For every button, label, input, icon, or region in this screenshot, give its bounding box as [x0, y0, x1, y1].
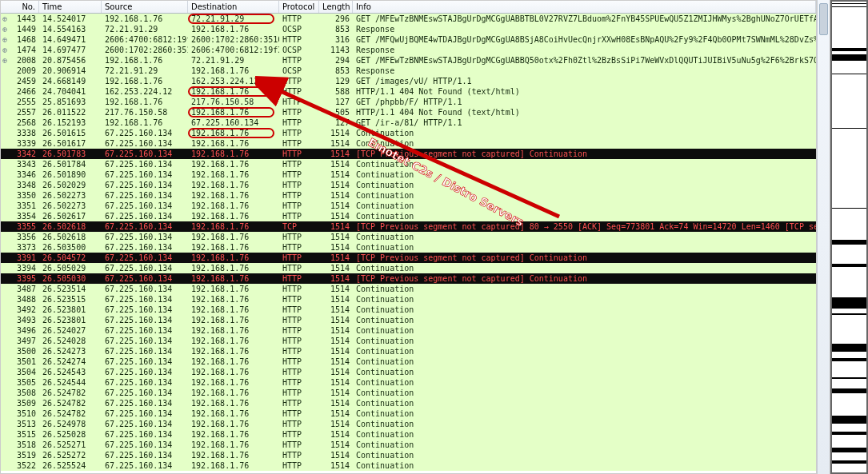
minimap-mark — [832, 344, 866, 352]
minimap-viewport[interactable] — [830, 0, 868, 474]
cell-no: 3348 — [1, 180, 39, 190]
cell-time: 26.524782 — [39, 398, 102, 408]
cell-length: 1514 — [319, 232, 353, 242]
packet-row[interactable]: 335626.50261867.225.160.134192.168.1.76H… — [1, 232, 816, 242]
cell-length: 1514 — [319, 169, 353, 180]
packet-row[interactable]: 350526.52454467.225.160.134192.168.1.76H… — [1, 377, 816, 388]
cell-protocol: OCSP — [279, 45, 319, 55]
packet-row[interactable]: 348726.52351467.225.160.134192.168.1.76H… — [1, 284, 816, 294]
column-headers[interactable]: No. Time Source Destination Protocol Len… — [1, 1, 816, 14]
cell-no: 3505 — [1, 377, 39, 388]
packet-row[interactable]: ⊕146814.6494712606:4700:6812:19f32600:17… — [1, 34, 816, 45]
cell-source: 67.225.160.134 — [102, 294, 188, 305]
packet-row[interactable]: ⊕200820.875456192.168.1.7672.21.91.29HTT… — [1, 55, 816, 66]
packet-row[interactable]: 351026.52478267.225.160.134192.168.1.76H… — [1, 408, 816, 419]
vertical-scrollbar[interactable] — [817, 0, 830, 474]
cell-source: 67.225.160.134 — [102, 201, 188, 211]
cell-destination: 192.168.1.76 — [188, 346, 279, 356]
cell-no: 3373 — [1, 242, 39, 253]
cell-source: 192.168.1.76 — [102, 14, 188, 24]
cell-length: 1514 — [319, 221, 353, 232]
packet-row[interactable]: 334826.50202967.225.160.134192.168.1.76H… — [1, 180, 816, 190]
col-header-dest[interactable]: Destination — [188, 1, 279, 13]
packet-row[interactable]: 351826.52527167.225.160.134192.168.1.76H… — [1, 440, 816, 450]
cell-no: 3493 — [1, 315, 39, 325]
cell-source: 67.225.160.134 — [102, 356, 188, 367]
col-header-source[interactable]: Source — [102, 1, 188, 13]
packet-row[interactable]: 335126.50227367.225.160.134192.168.1.76H… — [1, 201, 816, 211]
packet-row[interactable]: 350926.52478267.225.160.134192.168.1.76H… — [1, 398, 816, 408]
cell-protocol: HTTP — [279, 440, 319, 450]
cell-destination: 192.168.1.76 — [188, 388, 279, 398]
cell-protocol: HTTP — [279, 377, 319, 388]
col-header-info[interactable]: Info — [353, 1, 816, 13]
cell-destination: 192.168.1.76 — [188, 263, 279, 273]
cell-no: 2009 — [1, 66, 39, 76]
packet-row[interactable]: 335426.50261767.225.160.134192.168.1.76H… — [1, 211, 816, 221]
minimap-mark — [832, 240, 866, 245]
packet-row[interactable]: 339126.50457267.225.160.134192.168.1.76H… — [1, 253, 816, 263]
packet-row[interactable]: 352226.52552467.225.160.134192.168.1.76H… — [1, 460, 816, 471]
packet-row[interactable]: 350126.52427467.225.160.134192.168.1.76H… — [1, 356, 816, 367]
packet-row[interactable]: 255726.011522217.76.150.58192.168.1.76HT… — [1, 107, 816, 118]
packet-row[interactable]: 256826.152193192.168.1.7667.225.160.134H… — [1, 118, 816, 128]
packet-row[interactable]: 333926.50161767.225.160.134192.168.1.76H… — [1, 138, 816, 149]
packet-row[interactable]: 339426.50502967.225.160.134192.168.1.76H… — [1, 263, 816, 273]
packet-row[interactable]: 351526.52502867.225.160.134192.168.1.76H… — [1, 429, 816, 440]
cell-destination: 192.168.1.76 — [188, 356, 279, 367]
packet-row[interactable]: 337326.50350067.225.160.134192.168.1.76H… — [1, 242, 816, 253]
packet-row[interactable]: ⊕144914.55416372.21.91.29192.168.1.76OCS… — [1, 24, 816, 34]
cell-destination: 192.168.1.76 — [188, 128, 279, 138]
cell-protocol: OCSP — [279, 24, 319, 34]
cell-length: 1514 — [319, 346, 353, 356]
packet-row[interactable]: 255525.851693192.168.1.76217.76.150.58HT… — [1, 97, 816, 107]
cell-source: 67.225.160.134 — [102, 377, 188, 388]
cell-info: HTTP/1.1 404 Not Found (text/html) — [353, 107, 816, 118]
packet-row[interactable]: 349626.52402767.225.160.134192.168.1.76H… — [1, 325, 816, 336]
cell-destination: 2600:1702:2860:3510… — [188, 34, 279, 45]
cell-source: 67.225.160.134 — [102, 440, 188, 450]
packet-row[interactable]: 334626.50189067.225.160.134192.168.1.76H… — [1, 169, 816, 180]
cell-protocol: HTTP — [279, 86, 319, 97]
col-header-protocol[interactable]: Protocol — [279, 1, 319, 13]
packet-row[interactable]: ⊕144314.524017192.168.1.7672.21.91.29HTT… — [1, 14, 816, 24]
cell-source: 72.21.91.29 — [102, 24, 188, 34]
packet-row[interactable]: 350426.52454367.225.160.134192.168.1.76H… — [1, 367, 816, 377]
packet-row[interactable]: 339526.50503067.225.160.134192.168.1.76H… — [1, 273, 816, 284]
scrollbar-thumb[interactable] — [819, 3, 828, 35]
col-header-length[interactable]: Length — [319, 1, 353, 13]
cell-protocol: HTTP — [279, 169, 319, 180]
cell-length: 129 — [319, 76, 353, 86]
packet-row[interactable]: 349326.52380167.225.160.134192.168.1.76H… — [1, 315, 816, 325]
col-header-no[interactable]: No. — [1, 1, 39, 13]
packet-row[interactable]: 333826.50161567.225.160.134192.168.1.76H… — [1, 128, 816, 138]
cell-length: 1514 — [319, 273, 353, 284]
cell-source: 67.225.160.134 — [102, 305, 188, 315]
packet-row[interactable]: 348826.52351567.225.160.134192.168.1.76H… — [1, 294, 816, 305]
cell-time: 26.502273 — [39, 190, 102, 201]
packet-row[interactable]: 246624.704041162.253.224.12192.168.1.76H… — [1, 86, 816, 97]
packet-list-pane[interactable]: No. Time Source Destination Protocol Len… — [0, 0, 817, 474]
cell-destination: 192.168.1.76 — [188, 253, 279, 263]
col-header-time[interactable]: Time — [39, 1, 102, 13]
packet-row[interactable]: 200920.90691472.21.91.29192.168.1.76OCSP… — [1, 66, 816, 76]
packet-row[interactable]: 349726.52402867.225.160.134192.168.1.76H… — [1, 336, 816, 346]
packet-row[interactable]: 350026.52427367.225.160.134192.168.1.76H… — [1, 346, 816, 356]
cell-protocol: HTTP — [279, 149, 319, 159]
packet-row[interactable]: 335026.50227367.225.160.134192.168.1.76H… — [1, 190, 816, 201]
packet-row[interactable]: 334226.50178367.225.160.134192.168.1.76H… — [1, 149, 816, 159]
cell-length: 1514 — [319, 284, 353, 294]
packet-row[interactable]: 335526.50261867.225.160.134192.168.1.76T… — [1, 221, 816, 232]
packet-row[interactable]: 245924.668149192.168.1.76162.253.224.12H… — [1, 76, 816, 86]
cell-info: GET /MFQwUjBQME4wTDAJBgUrDgMCGgUA8BSjA8C… — [353, 34, 816, 45]
minimap-mark — [832, 74, 866, 74]
cell-time: 26.524782 — [39, 408, 102, 419]
packet-row[interactable]: 334326.50178467.225.160.134192.168.1.76H… — [1, 159, 816, 169]
packet-row[interactable]: 350826.52478267.225.160.134192.168.1.76H… — [1, 388, 816, 398]
packet-rows-container[interactable]: ⊕144314.524017192.168.1.7672.21.91.29HTT… — [1, 14, 816, 471]
packet-row[interactable]: 351326.52497867.225.160.134192.168.1.76H… — [1, 419, 816, 429]
packet-row[interactable]: 351926.52527267.225.160.134192.168.1.76H… — [1, 450, 816, 460]
packet-row[interactable]: 349226.52380167.225.160.134192.168.1.76H… — [1, 305, 816, 315]
packet-minimap[interactable] — [830, 0, 868, 474]
packet-row[interactable]: ⊕147414.6974772600:1702:2860:3510…2606:4… — [1, 45, 816, 55]
